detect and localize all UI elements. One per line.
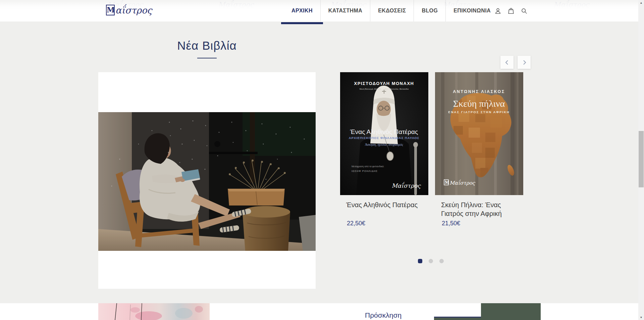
cover-title: Σκεύη πήλινα [453, 98, 505, 109]
carousel-hero-card[interactable] [98, 72, 316, 289]
woman-reading-photo [98, 112, 316, 251]
cover-author: ΑΝΤΩΝΗΣ ΛΙΑΣΚΟΣ [453, 89, 505, 94]
product-title[interactable]: Σκεύη Πήλινα: Ένας Γιατρός στην Αφρική [441, 200, 522, 218]
chevron-left-icon [505, 60, 509, 65]
scrollbar-thumb[interactable] [639, 131, 644, 187]
site-header: M αΐστρος ΑΡΧΙΚΗ ΚΑΤΑΣΤΗΜΑ ΕΚΔΟΣΕΙΣ BLOG… [0, 0, 638, 21]
carousel-dots [418, 259, 444, 263]
carousel-next-button[interactable] [518, 56, 531, 69]
main-nav: ΑΡΧΙΚΗ ΚΑΤΑΣΤΗΜΑ ΕΚΔΟΣΕΙΣ BLOG ΕΠΙΚΟΙΝΩΝ… [284, 0, 498, 21]
title-underline [197, 58, 217, 58]
nav-item-blog[interactable]: BLOG [414, 0, 446, 21]
book-cover-enas-alithinos-pateras[interactable]: ΧΡΙΣΤΟΔΟΥΛΗ ΜΟΝΑΧΗ Μονή Βατουμά, Ελλάδα … [340, 72, 428, 195]
cover-affiliation: Μονή Βατουμά, Ελλάδα — Μονή Λιντούλα, Φι… [360, 88, 409, 90]
svg-text:M: M [445, 180, 449, 185]
new-books-section-head: Νέα Βιβλία [98, 39, 316, 58]
carousel-dot-1[interactable] [418, 259, 422, 263]
cover-translator: ΙΩΣΗΦ ΡΟΗΛΙΔΗΣ [352, 170, 378, 173]
cover-subtitle: ΑΡΧΙΕΠΙΣΚΟΠΟΣ ΦΙΝΛΑΝΔΙΑΣ ΠΑΥΛΟΣ [349, 136, 420, 140]
carousel-dot-3[interactable] [439, 259, 444, 263]
user-icon[interactable] [494, 7, 501, 14]
nav-item-contact[interactable]: ΕΠΙΚΟΙΝΩΝΙΑ [446, 0, 498, 21]
product-title[interactable]: Ένας Αληθινός Πατέρας [346, 200, 427, 209]
chevron-right-icon [522, 60, 527, 65]
book-cover-skevi-pilina[interactable]: ΑΝΤΩΝΗΣ ΛΙΑΣΚΟΣ Σκεύη πήλινα ΕΝΑΣ ΓΙΑΤΡΟ… [435, 72, 523, 195]
search-icon[interactable] [521, 7, 528, 14]
site-logo[interactable]: M αΐστρος [106, 5, 152, 15]
section-title: Νέα Βιβλία [98, 39, 316, 52]
header-icons [494, 0, 528, 21]
cover-title: Ένας Αληθινός Πατέρας [350, 128, 418, 135]
logo-mark-icon: M [106, 5, 115, 15]
cover-tagline: Άσκηση, ηγεσία, στοχασμός [365, 143, 403, 146]
cover-translator-label: Μετάφραση από τα φινλανδικά: [352, 165, 384, 168]
cover-subtitle: ΕΝΑΣ ΓΙΑΤΡΟΣ ΣΤΗΝ ΑΦΡΙΚΗ [448, 110, 509, 114]
banner-white-card [434, 303, 481, 318]
scrollbar-down-arrow[interactable]: ▼ [638, 315, 644, 320]
next-section-title: Πρόσκληση [365, 311, 401, 319]
carousel-prev-button[interactable] [500, 56, 514, 69]
publisher-logo: Μαΐστρος [392, 182, 421, 189]
scrollbar-up-arrow[interactable]: ▲ [638, 0, 644, 5]
cover-author: ΧΡΙΣΤΟΔΟΥΛΗ ΜΟΝΑΧΗ [354, 81, 414, 86]
scrollbar: ▲ ▼ [638, 0, 644, 320]
nav-item-editions[interactable]: ΕΚΔΟΣΕΙΣ [370, 0, 414, 21]
product-price: 22,50€ [347, 220, 365, 227]
carousel-dot-2[interactable] [429, 259, 433, 263]
pastel-artwork-image [98, 303, 210, 320]
logo-text: αΐστρος [115, 5, 152, 15]
nav-item-home[interactable]: ΑΡΧΙΚΗ [284, 0, 321, 21]
next-section-partial: Πρόσκληση [0, 303, 638, 320]
svg-text:Μαΐστρος: Μαΐστρος [449, 180, 476, 186]
green-banner-image [434, 303, 541, 320]
nav-item-shop[interactable]: ΚΑΤΑΣΤΗΜΑ [321, 0, 370, 21]
shopping-bag-icon[interactable] [507, 7, 515, 14]
product-price: 21,50€ [442, 220, 460, 227]
